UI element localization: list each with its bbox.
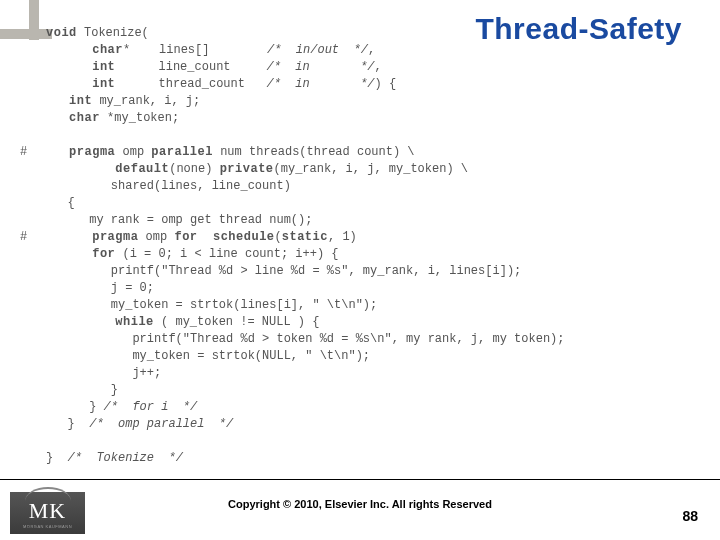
code-kw: pragma [46,230,138,244]
code-text: omp [138,230,174,244]
code-text [46,128,53,142]
code-text: * lines[] [123,43,267,57]
page-number: 88 [682,508,698,524]
code-kw: int [46,94,92,108]
code-text: my_token = strtok(lines[i], " \t\n"); [46,298,377,312]
code-text: (i = 0; i < line count; i++) { [115,247,338,261]
code-kw: while [46,315,154,329]
code-kw: int [46,77,115,91]
code-text: } [46,451,68,465]
code-kw: for schedule [174,230,274,244]
code-text: line_count [115,60,266,74]
code-text: Tokenize( [77,26,149,40]
code-text: j = 0; [46,281,154,295]
code-text: (my_rank, i, j, my_token) \ [274,162,468,176]
code-kw: void [46,26,77,40]
code-comment: /* in/out */ [267,43,368,57]
code-kw: private [220,162,274,176]
copyright-text: Copyright © 2010, Elsevier Inc. All righ… [0,498,720,510]
code-kw: parallel [151,145,213,159]
code-text: printf("Thread %d > token %d = %s\n", my… [46,332,564,346]
code-comment: /* in */ [267,77,375,91]
slide: Thread-Safety void Tokenize( char* lines… [0,0,720,540]
code-kw: default [46,162,169,176]
code-hash: # [20,144,27,161]
code-text: } [46,383,118,397]
code-text: } [46,417,89,431]
code-text: thread_count [115,77,266,91]
code-text [46,434,53,448]
code-text: { [46,196,75,210]
code-comment: /* omp parallel */ [89,417,233,431]
code-text: printf("Thread %d > line %d = %s", my_ra… [46,264,521,278]
code-comment: /* Tokenize */ [68,451,183,465]
code-text: omp [115,145,151,159]
code-text: , [368,43,375,57]
code-text: ( [275,230,282,244]
code-text: , 1) [328,230,357,244]
logo-subtext: MORGAN KAUFMANN [23,524,72,529]
code-text: shared(lines, line_count) [46,179,291,193]
code-kw: for [46,247,115,261]
code-kw: static [282,230,328,244]
code-kw: pragma [46,145,115,159]
code-hash: # [20,229,27,246]
footer: MK MORGAN KAUFMANN Copyright © 2010, Els… [0,480,720,540]
decoration-horizontal [0,29,52,39]
code-text: num threads(thread count) \ [213,145,415,159]
code-text: , [375,60,382,74]
code-text: j++; [46,366,161,380]
code-block: void Tokenize( char* lines[] /* in/out *… [46,8,686,467]
code-text: my rank = omp get thread num(); [46,213,312,227]
code-text: ) { [375,77,397,91]
code-comment: /* in */ [267,60,375,74]
code-text: ( my_token != NULL ) { [154,315,320,329]
code-text: } [46,400,104,414]
code-kw: int [46,60,115,74]
code-text: my_rank, i, j; [92,94,200,108]
code-text: my_token = strtok(NULL, " \t\n"); [46,349,370,363]
code-kw: char [46,111,100,125]
code-comment: /* for i */ [104,400,198,414]
code-text: (none) [169,162,219,176]
code-text: *my_token; [100,111,179,125]
code-kw: char [46,43,123,57]
